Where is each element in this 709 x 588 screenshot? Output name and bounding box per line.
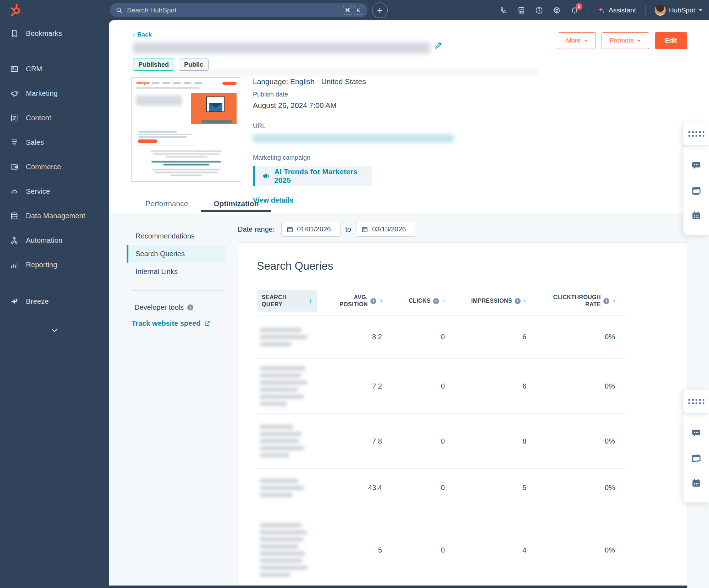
table-row[interactable]: 5 0 4 0% (257, 507, 626, 586)
sort-arrows-icon[interactable]: ↑↓ (442, 298, 445, 304)
column-header-clickthrough-rate[interactable]: CLICKTHROUGH RATE i ↑↓ (527, 287, 616, 315)
marketplace-icon[interactable] (517, 6, 526, 15)
tab-performance[interactable]: Performance (145, 193, 188, 214)
calendar-icon[interactable] (691, 478, 702, 488)
sort-arrows-icon[interactable]: ↑↓ (612, 298, 616, 304)
column-header-avg-position[interactable]: AVG. POSITION i ↑↓ (328, 287, 383, 315)
sidebar-item-data-management[interactable]: Data Management (0, 204, 109, 228)
column-header-search-query[interactable]: SEARCH QUERY ↓ (257, 287, 328, 315)
workflow-icon (10, 236, 19, 245)
start-date-input[interactable]: 01/01/2026 (281, 222, 340, 237)
clicks-value: 0 (383, 382, 445, 390)
avg-position-value: 5 (328, 546, 383, 554)
bottom-bar (109, 586, 687, 588)
campaign-chip[interactable]: AI Trends for Marketers 2025 (253, 166, 372, 186)
comments-icon[interactable] (691, 160, 702, 171)
hubspot-logo[interactable] (8, 3, 22, 17)
blurred-page-title (133, 42, 430, 54)
sidebar-item-content[interactable]: Content (0, 106, 109, 130)
avg-position-value: 8.2 (328, 333, 383, 341)
database-icon (10, 211, 19, 220)
sidebar-item-label: Service (26, 187, 50, 196)
info-icon[interactable]: i (515, 298, 521, 304)
blurred-url-link[interactable] (253, 134, 454, 143)
account-menu[interactable]: HubSpot (655, 5, 703, 16)
subnav-item-search-queries[interactable]: Search Queries (127, 245, 226, 263)
avg-position-value: 7.8 (328, 437, 383, 445)
sparkle-icon (598, 6, 605, 14)
url-label: URL (253, 122, 522, 130)
sort-arrows-icon[interactable]: ↑↓ (523, 298, 527, 304)
track-website-speed-link[interactable]: Track website speed (127, 319, 226, 328)
impressions-value: 6 (445, 333, 527, 341)
sidebar-item-reporting[interactable]: Reporting (0, 253, 109, 277)
sidebar-item-bookmarks[interactable]: Bookmarks (0, 26, 109, 41)
plus-icon: + (377, 5, 383, 16)
language-value: Language: English - United States (253, 77, 522, 86)
back-chevron-icon: ‹ (133, 31, 135, 38)
sidebar-item-breeze[interactable]: Breeze (0, 294, 109, 309)
window-icon[interactable] (691, 185, 702, 196)
assistant-button[interactable]: Assistant (598, 6, 636, 14)
end-date-input[interactable]: 03/13/2026 (356, 222, 415, 237)
create-button[interactable]: + (372, 2, 388, 18)
clicks-value: 0 (383, 546, 445, 554)
tab-optimization[interactable]: Optimization (214, 193, 259, 214)
sidebar-item-sales[interactable]: Sales (0, 130, 109, 155)
topbar-actions: 2 Assistant HubSpot (499, 0, 703, 20)
sort-arrows-icon[interactable]: ↑↓ (379, 298, 383, 304)
topbar-divider (645, 5, 646, 16)
search-input[interactable]: Search HubSpot ⌘ K (110, 3, 367, 17)
subnav-item-recommendations[interactable]: Recommendations (127, 227, 226, 245)
comments-icon[interactable] (691, 428, 702, 438)
subnav-item-internal-links[interactable]: Internal Links (127, 263, 226, 280)
column-label: CLICKS (409, 297, 431, 304)
impressions-value: 4 (445, 546, 527, 554)
info-icon[interactable]: i (433, 298, 439, 304)
back-link[interactable]: ‹ Back (133, 31, 152, 38)
optimization-panel: Recommendations Search Queries Internal … (109, 214, 709, 588)
column-header-clicks[interactable]: CLICKS i ↑↓ (383, 287, 445, 315)
edit-pencil-icon[interactable] (434, 41, 443, 49)
publish-date-value: August 26, 2024 7:00 AM (253, 101, 522, 110)
promote-button[interactable]: Promote (602, 32, 649, 49)
thumb-logo: HubSpot (136, 81, 149, 85)
table-row[interactable]: 43.4 0 5 0% (257, 469, 626, 507)
more-button[interactable]: More (558, 32, 596, 49)
campaign-name: AI Trends for Marketers 2025 (274, 167, 372, 185)
blurred-query (257, 360, 328, 412)
bar-chart-icon (10, 260, 19, 269)
info-icon[interactable]: i (187, 304, 193, 311)
table-row[interactable]: 7.2 0 6 0% (257, 359, 626, 414)
sidebar-item-marketing[interactable]: Marketing (0, 81, 109, 106)
drag-handle-icon (688, 131, 704, 137)
clicks-value: 0 (383, 484, 445, 492)
breeze-sparkle-icon (10, 297, 19, 306)
sidebar-item-crm[interactable]: CRM (0, 57, 109, 81)
sidebar-item-service[interactable]: Service (0, 179, 109, 204)
settings-icon[interactable] (553, 6, 561, 15)
info-icon[interactable]: i (370, 298, 376, 304)
column-header-impressions[interactable]: IMPRESSIONS i ↑↓ (445, 287, 527, 315)
table-row[interactable]: 7.8 0 8 0% (257, 414, 626, 469)
hubspot-app: Search HubSpot ⌘ K + 2 (0, 0, 709, 588)
calling-icon[interactable] (499, 6, 508, 15)
tab-bar: Performance Optimization (109, 193, 709, 214)
edit-button[interactable]: Edit (655, 32, 687, 49)
more-label: More (566, 37, 581, 44)
info-icon[interactable]: i (603, 298, 609, 304)
sidebar-item-commerce[interactable]: Commerce (0, 155, 109, 179)
window-icon[interactable] (691, 453, 702, 463)
calendar-icon[interactable] (691, 210, 702, 221)
collaboration-flyout-handle[interactable] (683, 122, 709, 145)
table-row[interactable]: 8.2 0 6 0% (257, 315, 626, 359)
sidebar: Bookmarks CRM Marketing Content Sales (0, 20, 109, 588)
help-icon[interactable] (535, 6, 543, 15)
thumb-cta (222, 82, 237, 85)
notifications-icon[interactable]: 2 (570, 6, 579, 15)
collaboration-flyout-handle[interactable] (683, 390, 709, 413)
crm-icon (10, 65, 19, 73)
cmd-key-badge: ⌘ (343, 6, 352, 15)
sidebar-collapse-button[interactable] (0, 323, 109, 338)
sidebar-item-automation[interactable]: Automation (0, 228, 109, 253)
